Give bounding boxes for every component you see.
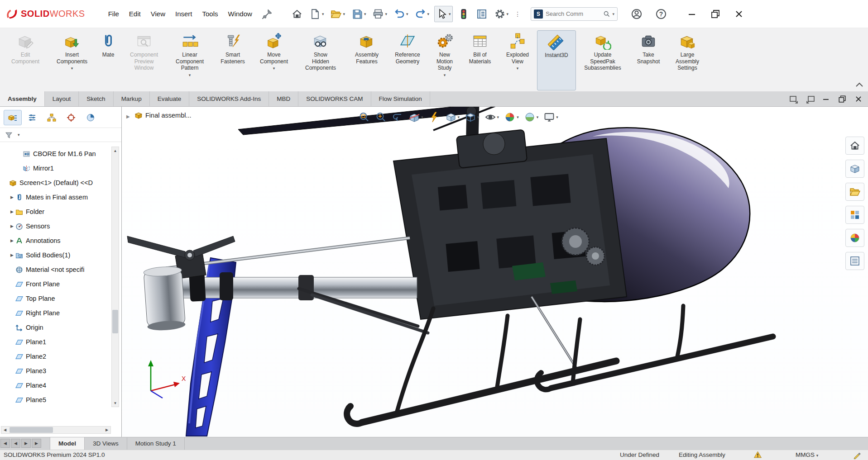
tree-item[interactable]: Plane2 — [0, 349, 111, 364]
pin-menu-button[interactable] — [260, 6, 274, 22]
restore-button[interactable] — [704, 0, 727, 28]
tree-item[interactable]: ▶Mates in Final assem — [0, 190, 111, 204]
tab-flow-simulation[interactable]: Flow Simulation — [371, 91, 430, 106]
tree-item[interactable]: Plane3 — [0, 364, 111, 378]
open-button[interactable]: ▾ — [329, 6, 346, 22]
chevron-down-icon[interactable]: ▾ — [406, 12, 408, 16]
zoom-to-area-button[interactable] — [374, 110, 388, 124]
configurationmanager-tab[interactable] — [43, 110, 61, 125]
tree-item[interactable]: Origin — [0, 320, 111, 335]
chevron-down-icon[interactable]: ▾ — [507, 12, 509, 16]
menu-tools[interactable]: Tools — [197, 6, 223, 21]
tab-layout[interactable]: Layout — [45, 91, 79, 106]
breadcrumb[interactable]: Final assembl... — [134, 111, 192, 119]
tab-mbd[interactable]: MBD — [269, 91, 298, 106]
tab-sketch[interactable]: Sketch — [79, 91, 113, 106]
tree-item[interactable]: ▶Sensors — [0, 219, 111, 233]
new-motion-study-button[interactable]: New Motion Study▾ — [427, 30, 462, 90]
tree-item[interactable]: CBORE for M1.6 Pan — [0, 147, 111, 161]
search-input[interactable] — [546, 10, 602, 17]
restore-document-icon[interactable] — [837, 94, 847, 104]
search-icon[interactable] — [603, 10, 611, 18]
menu-window[interactable]: Window — [223, 6, 257, 21]
next-window-icon[interactable] — [805, 94, 815, 104]
hide-show-items-button[interactable]: ▾ — [484, 110, 500, 124]
scroll-right-icon[interactable]: ▶ — [103, 428, 110, 432]
tab-scroll-last-button[interactable]: ▶ — [32, 439, 41, 448]
insert-components-button[interactable]: Insert Components▾ — [49, 30, 95, 90]
chevron-down-icon[interactable]: ▾ — [458, 115, 460, 119]
tree-item[interactable]: Material <not specifi — [0, 262, 111, 277]
menu-file[interactable]: File — [103, 6, 124, 21]
appearances-scenes-button[interactable] — [845, 229, 864, 247]
options-button[interactable]: ▾ — [493, 6, 510, 22]
linear-component-pattern-button[interactable]: Linear Component Pattern▾ — [167, 30, 213, 90]
tab-assembly[interactable]: Assembly — [0, 91, 45, 106]
tab-motion-study-1[interactable]: Motion Study 1 — [127, 437, 185, 450]
scrollbar-thumb[interactable] — [10, 427, 53, 433]
toolbar-overflow-icon[interactable]: ⋮ — [514, 10, 521, 18]
tree-item[interactable]: Plane1 — [0, 335, 111, 349]
tab-scroll-first-button[interactable]: ◀ — [0, 439, 10, 448]
tree-item[interactable]: ▶Solid Bodies(1) — [0, 248, 111, 262]
select-tool-button[interactable]: ▾ — [434, 6, 453, 22]
minimize-document-icon[interactable] — [821, 94, 831, 104]
tab-3d-views[interactable]: 3D Views — [85, 437, 127, 450]
edit-component-button[interactable]: Edit Component — [2, 30, 49, 90]
collapse-ribbon-icon[interactable] — [855, 82, 863, 88]
flyout-tree-arrow-icon[interactable]: ▶ — [126, 114, 130, 119]
custom-properties-button[interactable] — [845, 252, 864, 270]
user-account-button[interactable] — [629, 6, 644, 22]
tree-item[interactable]: Plane5 — [0, 393, 111, 407]
assembly-features-button[interactable]: Assembly Features — [346, 30, 388, 90]
chevron-down-icon[interactable]: ▾ — [427, 12, 430, 16]
tab-solidworks-add-ins[interactable]: SOLIDWORKS Add-Ins — [189, 91, 269, 106]
tab-scroll-left-button[interactable]: ◀ — [11, 439, 20, 448]
tab-scroll-right-button[interactable]: ▶ — [21, 439, 31, 448]
section-view-button[interactable]: ▾ — [408, 110, 424, 124]
display-style-button[interactable]: ▾ — [464, 110, 480, 124]
expand-arrow-icon[interactable]: ▶ — [9, 209, 15, 214]
component-preview-window-button[interactable]: Component Preview Window — [121, 30, 167, 90]
tags-pencil-icon[interactable] — [853, 451, 862, 459]
3d-drawing-view-button[interactable] — [427, 110, 441, 124]
mate-button[interactable]: Mate — [95, 30, 121, 90]
tree-item[interactable]: Screen<1> (Default) <<D — [0, 175, 111, 190]
warning-icon[interactable] — [753, 451, 762, 459]
chevron-down-icon[interactable]: ▾ — [364, 12, 366, 16]
tree-item[interactable]: Top Plane — [0, 291, 111, 306]
scroll-left-icon[interactable]: ◀ — [1, 428, 9, 432]
tree-vertical-scrollbar[interactable]: ▲ ▼ — [111, 147, 119, 407]
edit-appearance-button[interactable]: ▾ — [503, 110, 520, 124]
tree-item[interactable]: Right Plane — [0, 306, 111, 320]
menu-view[interactable]: View — [146, 6, 170, 21]
task-sheet-button[interactable] — [475, 6, 489, 22]
print-button[interactable]: ▾ — [371, 6, 388, 22]
chevron-down-icon[interactable]: ▾ — [322, 12, 324, 16]
chevron-down-icon[interactable]: ▾ — [385, 12, 387, 16]
bill-of-materials-button[interactable]: Bill of Materials — [462, 30, 498, 90]
expand-arrow-icon[interactable]: ▶ — [9, 195, 15, 199]
chevron-down-icon[interactable]: ▾ — [421, 115, 423, 119]
close-button[interactable] — [727, 0, 751, 28]
menu-insert[interactable]: Insert — [170, 6, 197, 21]
design-library-button[interactable] — [845, 160, 864, 178]
exploded-view-button[interactable]: Exploded View▾ — [498, 30, 537, 90]
tree-item[interactable]: Plane4 — [0, 378, 111, 393]
chevron-down-icon[interactable]: ▾ — [273, 66, 275, 71]
tab-solidworks-cam[interactable]: SOLIDWORKS CAM — [298, 91, 371, 106]
move-component-button[interactable]: Move Component▾ — [253, 30, 295, 90]
update-speedpak-button[interactable]: Update SpeedPak Subassemblies — [576, 30, 629, 90]
show-hidden-components-button[interactable]: Show Hidden Components — [295, 30, 346, 90]
chevron-down-icon[interactable]: ▾ — [556, 115, 558, 119]
dimxpertmanager-tab[interactable] — [62, 110, 80, 125]
chevron-down-icon[interactable]: ▾ — [444, 73, 446, 77]
chevron-down-icon[interactable]: ▾ — [517, 66, 519, 71]
file-explorer-button[interactable] — [845, 183, 864, 201]
close-document-icon[interactable] — [854, 94, 863, 104]
tree-item[interactable]: ▶Folder — [0, 204, 111, 219]
menu-edit[interactable]: Edit — [124, 6, 146, 21]
large-assembly-settings-button[interactable]: Large Assembly Settings — [667, 30, 707, 90]
solidworks-resources-button[interactable] — [845, 137, 864, 155]
apply-scene-button[interactable]: ▾ — [523, 110, 540, 124]
